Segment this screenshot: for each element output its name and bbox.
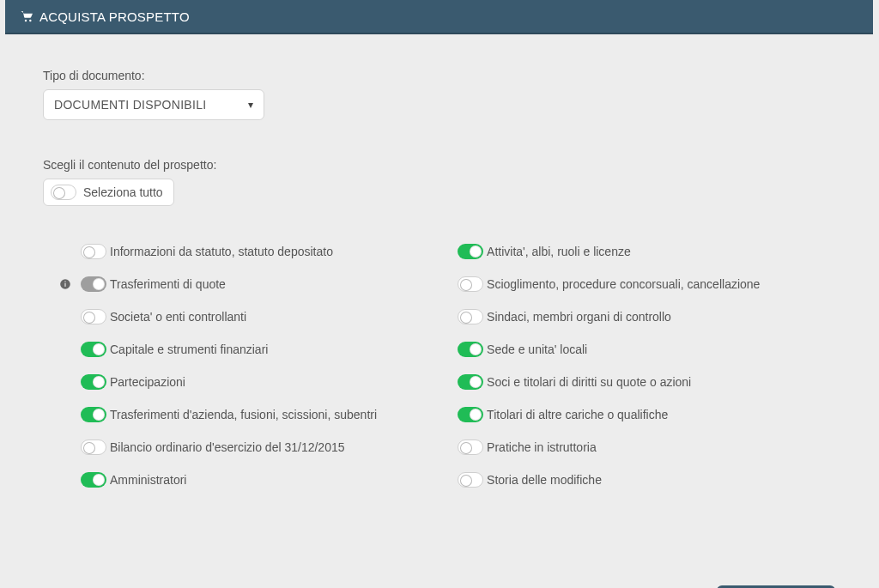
info-icon[interactable] xyxy=(50,278,81,290)
option-toggle[interactable] xyxy=(81,472,106,488)
select-all-box[interactable]: Seleziona tutto xyxy=(43,179,174,206)
option-label: Pratiche in istruttoria xyxy=(487,440,597,455)
option-row: Societa' o enti controllanti xyxy=(50,300,458,333)
option-label: Trasferimenti di quote xyxy=(110,277,226,292)
option-toggle[interactable] xyxy=(458,374,483,390)
doc-type-selected: DOCUMENTI DISPONIBILI xyxy=(54,98,206,112)
option-label: Partecipazioni xyxy=(110,375,185,390)
option-toggle[interactable] xyxy=(81,244,106,259)
option-label: Sindaci, membri organi di controllo xyxy=(487,310,671,324)
option-toggle[interactable] xyxy=(81,439,106,455)
option-toggle[interactable] xyxy=(81,309,106,324)
option-row: Partecipazioni xyxy=(50,366,458,398)
option-toggle[interactable] xyxy=(458,407,483,422)
option-label: Scioglimento, procedure concorsuali, can… xyxy=(487,277,760,292)
option-toggle xyxy=(81,276,106,292)
option-row: Titolari di altre cariche o qualifiche xyxy=(458,398,835,431)
option-row: Sindaci, membri organi di controllo xyxy=(458,300,835,333)
options-column-left: Informazioni da statuto, statuto deposit… xyxy=(50,235,458,496)
option-label: Capitale e strumenti finanziari xyxy=(110,342,268,357)
footer: ESTRAI € xyxy=(5,517,873,588)
option-label: Titolari di altre cariche o qualifiche xyxy=(487,408,668,422)
option-toggle[interactable] xyxy=(81,342,106,357)
option-label: Informazioni da statuto, statuto deposit… xyxy=(110,245,333,259)
option-row: Pratiche in istruttoria xyxy=(458,431,835,464)
option-row: Scioglimento, procedure concorsuali, can… xyxy=(458,268,835,300)
option-label: Bilancio ordinario d'esercizio del 31/12… xyxy=(110,440,345,455)
svg-rect-4 xyxy=(64,282,65,282)
cart-icon xyxy=(21,10,34,22)
panel-body: Tipo di documento: DOCUMENTI DISPONIBILI… xyxy=(5,34,873,517)
panel-header: ACQUISTA PROSPETTO xyxy=(5,0,873,34)
option-toggle[interactable] xyxy=(81,407,106,422)
option-toggle[interactable] xyxy=(458,342,483,357)
option-toggle[interactable] xyxy=(458,439,483,455)
option-toggle[interactable] xyxy=(458,244,483,259)
svg-point-0 xyxy=(25,20,27,21)
option-row: Amministratori xyxy=(50,464,458,496)
panel-title: ACQUISTA PROSPETTO xyxy=(39,9,190,24)
option-toggle[interactable] xyxy=(458,472,483,488)
option-row: Sede e unita' locali xyxy=(458,333,835,366)
option-row: Storia delle modifiche xyxy=(458,464,835,496)
option-toggle[interactable] xyxy=(458,309,483,324)
option-row: Soci e titolari di diritti su quote o az… xyxy=(458,366,835,398)
option-label: Storia delle modifiche xyxy=(487,473,602,488)
option-row: Attivita', albi, ruoli e licenze xyxy=(458,235,835,268)
option-label: Soci e titolari di diritti su quote o az… xyxy=(487,375,691,390)
option-toggle[interactable] xyxy=(81,374,106,390)
doc-type-select[interactable]: DOCUMENTI DISPONIBILI xyxy=(43,89,264,120)
option-label: Societa' o enti controllanti xyxy=(110,310,246,324)
option-row: Bilancio ordinario d'esercizio del 31/12… xyxy=(50,431,458,464)
select-all-toggle[interactable] xyxy=(51,185,76,200)
options-column-right: Attivita', albi, ruoli e licenzeScioglim… xyxy=(458,235,835,496)
content-label: Scegli il contenuto del prospetto: xyxy=(43,158,835,172)
option-label: Amministratori xyxy=(110,473,186,488)
option-row: Informazioni da statuto, statuto deposit… xyxy=(50,235,458,268)
svg-rect-3 xyxy=(64,283,65,287)
option-label: Attivita', albi, ruoli e licenze xyxy=(487,245,631,259)
option-row: Capitale e strumenti finanziari xyxy=(50,333,458,366)
buy-prospetto-panel: ACQUISTA PROSPETTO Tipo di documento: DO… xyxy=(5,0,873,588)
option-label: Sede e unita' locali xyxy=(487,342,587,357)
svg-point-1 xyxy=(29,20,31,21)
doc-type-label: Tipo di documento: xyxy=(43,69,835,82)
option-row: Trasferimenti d'azienda, fusioni, scissi… xyxy=(50,398,458,431)
select-all-label: Seleziona tutto xyxy=(83,185,163,199)
option-row: Trasferimenti di quote xyxy=(50,268,458,300)
options-region: Informazioni da statuto, statuto deposit… xyxy=(43,235,835,496)
option-toggle[interactable] xyxy=(458,276,483,292)
option-label: Trasferimenti d'azienda, fusioni, scissi… xyxy=(110,408,377,422)
